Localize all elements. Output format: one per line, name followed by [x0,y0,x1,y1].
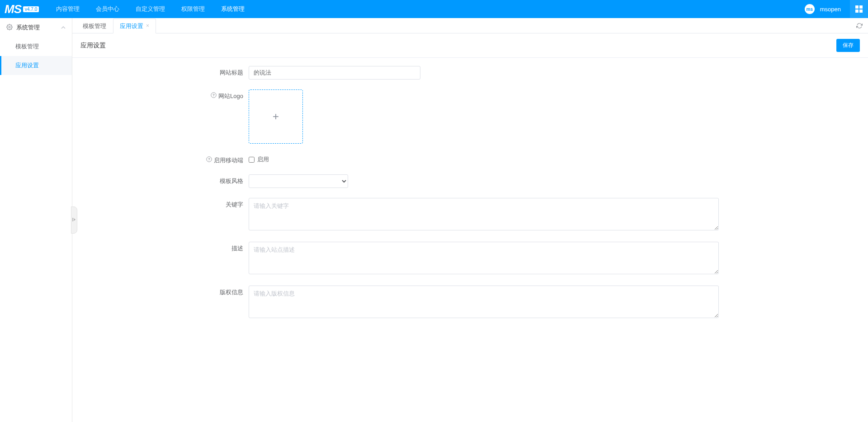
tab-label: 应用设置 [120,19,143,33]
keywords-textarea[interactable] [249,198,719,230]
description-textarea[interactable] [249,242,719,274]
checkbox-label: 启用 [257,155,269,164]
chevron-up-icon [61,24,66,31]
label-enable-mobile: ? 启用移动端 [72,154,249,164]
app-grid-button[interactable] [850,0,868,18]
label-copyright: 版权信息 [72,286,249,319]
save-button[interactable]: 保存 [836,39,860,52]
row-website-logo: ? 网站Logo + [72,89,860,144]
body: 系统管理 模板管理 应用设置 模板管理 应用设置 × [0,18,868,422]
label-template-style: 模板风格 [72,174,249,188]
svg-rect-1 [859,5,863,9]
tab-app-settings[interactable]: 应用设置 × [113,19,156,33]
enable-mobile-checkbox[interactable] [249,157,255,163]
sidebar-collapse-button[interactable] [71,206,77,234]
refresh-icon [856,23,863,29]
tabs-refresh-button[interactable] [854,21,864,31]
row-website-title: 网站标题 [72,66,860,80]
svg-text:?: ? [208,157,210,161]
logo: MS v4.7.0 [5,2,39,16]
nav-custom[interactable]: 自定义管理 [127,0,173,18]
website-title-input[interactable] [249,66,420,80]
sidebar-group: 系统管理 模板管理 应用设置 [0,18,72,75]
page-header: 应用设置 保存 [72,33,868,58]
nav-system[interactable]: 系统管理 [213,0,253,18]
sidebar-item-template[interactable]: 模板管理 [0,37,72,56]
close-icon[interactable]: × [146,19,149,33]
tab-label: 模板管理 [83,19,106,33]
gear-icon [6,24,13,32]
top-nav: 内容管理 会员中心 自定义管理 权限管理 系统管理 [48,0,805,18]
svg-rect-3 [859,9,863,13]
svg-point-4 [9,26,10,28]
help-icon[interactable]: ? [206,156,212,164]
label-website-logo: ? 网站Logo [72,89,249,144]
sidebar-group-system[interactable]: 系统管理 [0,18,72,37]
avatar[interactable]: ms [805,4,815,14]
header: MS v4.7.0 内容管理 会员中心 自定义管理 权限管理 系统管理 ms m… [0,0,868,18]
copyright-textarea[interactable] [249,286,719,318]
grid-icon [855,5,863,13]
label-description: 描述 [72,242,249,276]
label-keywords: 关键字 [72,198,249,232]
sidebar-group-label: 系统管理 [16,23,40,32]
page-title: 应用设置 [80,42,106,50]
row-copyright: 版权信息 [72,286,860,319]
row-keywords: 关键字 [72,198,860,232]
sidebar: 系统管理 模板管理 应用设置 [0,18,72,422]
row-template-style: 模板风格 [72,174,860,188]
tab-template[interactable]: 模板管理 [76,18,113,33]
header-right: ms msopen [805,0,868,18]
svg-rect-2 [855,9,859,13]
nav-permission[interactable]: 权限管理 [173,0,213,18]
nav-member[interactable]: 会员中心 [88,0,127,18]
help-icon[interactable]: ? [211,92,217,99]
tabs-bar: 模板管理 应用设置 × [72,18,868,33]
enable-mobile-checkbox-wrap[interactable]: 启用 [249,154,723,164]
version-badge: v4.7.0 [23,6,39,12]
row-enable-mobile: ? 启用移动端 启用 [72,154,860,164]
collapse-icon [72,217,76,223]
svg-rect-0 [855,5,859,9]
plus-icon: + [273,110,279,123]
main: 模板管理 应用设置 × 应用设置 保存 网站标题 [72,18,868,422]
username[interactable]: msopen [820,6,841,13]
template-style-select[interactable] [249,174,348,188]
form: 网站标题 ? 网站Logo + [72,58,868,422]
row-description: 描述 [72,242,860,276]
sidebar-item-app-settings[interactable]: 应用设置 [0,56,72,75]
nav-content[interactable]: 内容管理 [48,0,88,18]
svg-text:?: ? [212,93,215,97]
logo-text: MS [5,2,21,16]
logo-upload[interactable]: + [249,89,303,144]
label-website-title: 网站标题 [72,66,249,80]
